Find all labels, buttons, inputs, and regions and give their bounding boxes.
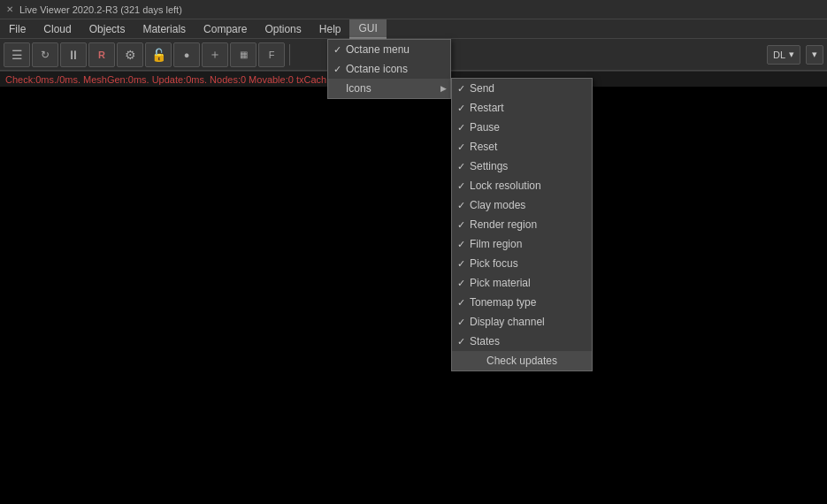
check-pick-mat: ✓ [457,278,470,289]
check-lock: ✓ [457,180,470,192]
file-menu[interactable]: File [0,19,34,39]
check-updates-button[interactable]: Check updates [452,351,592,370]
dropdown-container: ✓ Octane menu ✓ Octane icons Icons ✓ Sen… [327,39,451,99]
lock-btn[interactable]: 🔓 [145,42,172,67]
check-clay: ✓ [457,200,470,211]
check-pick-focus: ✓ [457,258,470,270]
options-menu[interactable]: Options [256,19,310,39]
hamburger-button[interactable]: ☰ [4,42,30,67]
octane-menu-item[interactable]: ✓ Octane menu [328,40,450,59]
help-menu[interactable]: Help [310,19,350,39]
compare-menu[interactable]: Compare [195,19,256,39]
check-display: ✓ [457,317,470,328]
pause-item[interactable]: ✓ Pause [452,118,592,137]
grid-btn[interactable]: ▦ [230,42,257,67]
check-film: ✓ [457,239,470,250]
check-send: ✓ [457,83,470,95]
reset-item[interactable]: ✓ Reset [452,137,592,157]
objects-menu[interactable]: Objects [80,19,134,39]
display-channel-item[interactable]: ✓ Display channel [452,312,592,332]
send-item[interactable]: ✓ Send [452,79,592,98]
close-icon[interactable]: ✕ [5,5,14,14]
dl-dropdown[interactable]: DL ▾ [767,45,800,65]
clay-btn[interactable]: ● [173,42,200,67]
pick-focus-item[interactable]: ✓ Pick focus [452,254,592,273]
octane-icons-item[interactable]: ✓ Octane icons [328,59,450,79]
title-text: Live Viewer 2020.2-R3 (321 days left) [19,4,182,15]
refresh-icon-btn[interactable]: ↻ [32,42,58,67]
menu-bar: File Cloud Objects Materials Compare Opt… [0,19,827,39]
settings-btn[interactable]: ⚙ [117,42,143,67]
check-icon: ✓ [333,44,346,56]
check-reset: ✓ [457,141,470,153]
reset-btn[interactable]: R [88,42,115,67]
pick-material-item[interactable]: ✓ Pick material [452,273,592,293]
frame-btn[interactable]: F [258,42,285,67]
gui-dropdown-menu: ✓ Octane menu ✓ Octane icons Icons [327,39,451,99]
check-states: ✓ [457,336,470,347]
check-render: ✓ [457,219,470,231]
film-region-item[interactable]: ✓ Film region [452,234,592,254]
check-pause: ✓ [457,122,470,134]
main-content [0,87,827,504]
settings-item[interactable]: ✓ Settings [452,157,592,176]
cloud-menu[interactable]: Cloud [34,19,80,39]
add-btn[interactable]: ＋ [202,42,228,67]
icons-submenu: ✓ Send ✓ Restart ✓ Pause ✓ Reset ✓ Setti… [451,78,593,371]
check-restart: ✓ [457,103,470,114]
chevron-down-icon-2: ▾ [812,49,817,60]
title-bar: ✕ Live Viewer 2020.2-R3 (321 days left) [0,0,827,19]
render-region-item[interactable]: ✓ Render region [452,215,592,234]
states-item[interactable]: ✓ States [452,332,592,351]
materials-menu[interactable]: Materials [134,19,195,39]
lock-resolution-item[interactable]: ✓ Lock resolution [452,176,592,195]
extra-dropdown[interactable]: ▾ [806,45,823,65]
tonemap-type-item[interactable]: ✓ Tonemap type [452,293,592,312]
toolbar-separator [289,44,290,65]
pause-btn[interactable]: ⏸ [60,42,87,67]
icons-item[interactable]: Icons [328,79,450,98]
chevron-down-icon: ▾ [789,49,794,60]
status-text: Check:0ms./0ms. MeshGen:0ms. Update:0ms.… [5,74,334,85]
restart-item[interactable]: ✓ Restart [452,98,592,118]
check-settings: ✓ [457,161,470,172]
gui-menu[interactable]: GUI [349,19,386,39]
check-icon-2: ✓ [333,64,346,75]
check-tonemap: ✓ [457,297,470,309]
clay-modes-item[interactable]: ✓ Clay modes [452,195,592,215]
